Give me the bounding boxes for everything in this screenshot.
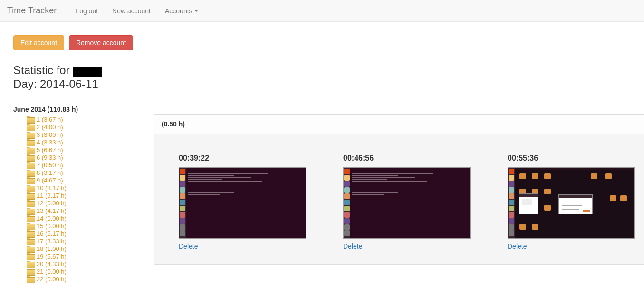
day-link[interactable]: 17 (3.33 h): [37, 238, 67, 245]
statistic-prefix: Statistic for: [13, 64, 73, 77]
day-link[interactable]: 8 (3.17 h): [37, 169, 63, 177]
day-item: 1 (3.67 h): [27, 116, 154, 124]
nav-logout[interactable]: Log out: [68, 0, 105, 21]
day-link[interactable]: 3 (3.00 h): [37, 131, 63, 139]
screenshot-thumbnail[interactable]: [343, 167, 471, 239]
folder-icon: [27, 139, 34, 145]
day-link[interactable]: 21 (0.00 h): [37, 268, 67, 276]
day-item: 18 (1.00 h): [27, 245, 154, 253]
screenshot-time: 00:46:56: [343, 154, 471, 163]
day-item: 22 (0.00 h): [27, 276, 154, 283]
sidebar: June 2014 (110.83 h) 1 (3.67 h)2 (4.00 h…: [13, 106, 154, 283]
day-item: 5 (6.67 h): [27, 146, 154, 154]
screenshot-time: 00:55:36: [508, 154, 636, 163]
brand-link[interactable]: Time Tracker: [7, 6, 64, 16]
day-item: 12 (0.00 h): [27, 200, 154, 207]
day-item: 2 (4.00 h): [27, 124, 154, 131]
day-link[interactable]: 13 (4.17 h): [37, 207, 67, 215]
folder-icon: [27, 223, 34, 229]
folder-icon: [27, 185, 34, 191]
page-title: Statistic for Day: 2014-06-11: [13, 64, 637, 91]
delete-link[interactable]: Delete: [508, 242, 527, 250]
day-link[interactable]: 5 (6.67 h): [37, 146, 63, 154]
day-label: Day:: [13, 77, 40, 90]
page-container: Edit account Remove account Statistic fo…: [0, 22, 644, 288]
folder-icon: [27, 154, 34, 161]
folder-icon: [27, 230, 34, 237]
delete-link[interactable]: Delete: [343, 242, 362, 250]
action-buttons: Edit account Remove account: [13, 35, 637, 50]
redacted-username: [73, 67, 102, 77]
folder-icon: [27, 200, 34, 206]
day-link[interactable]: 19 (5.67 h): [37, 253, 67, 260]
screenshot-thumbnail[interactable]: [508, 167, 635, 239]
remove-account-button[interactable]: Remove account: [69, 35, 133, 50]
folder-icon: [27, 261, 34, 267]
nav-new-account[interactable]: New account: [105, 0, 158, 21]
folder-icon: [27, 215, 34, 221]
nav-accounts-dropdown[interactable]: Accounts: [158, 0, 205, 21]
day-item: 11 (9.17 h): [27, 192, 154, 200]
day-link[interactable]: 20 (4.33 h): [37, 260, 67, 268]
folder-icon: [27, 269, 34, 275]
folder-icon: [27, 170, 34, 176]
day-item: 4 (3.33 h): [27, 139, 154, 146]
day-link[interactable]: 14 (0.00 h): [37, 215, 67, 222]
day-link[interactable]: 15 (0.00 h): [37, 222, 67, 230]
screenshot-card: 00:55:36Delete: [508, 154, 636, 250]
day-link[interactable]: 22 (0.00 h): [37, 276, 67, 283]
folder-icon: [27, 124, 34, 130]
day-item: 10 (3.17 h): [27, 184, 154, 192]
day-link[interactable]: 16 (6.17 h): [37, 230, 67, 238]
day-item: 8 (3.17 h): [27, 169, 154, 177]
folder-icon: [27, 253, 34, 259]
folder-icon: [27, 162, 34, 168]
edit-account-button[interactable]: Edit account: [13, 35, 64, 50]
folder-icon: [27, 208, 34, 214]
day-value: 2014-06-11: [40, 77, 98, 90]
day-link[interactable]: 1 (3.67 h): [37, 116, 63, 124]
folder-icon: [27, 132, 34, 138]
day-link[interactable]: 6 (9.33 h): [37, 154, 63, 162]
folder-icon: [27, 276, 34, 282]
day-item: 20 (4.33 h): [27, 260, 154, 268]
caret-down-icon: [194, 10, 198, 12]
day-item: 6 (9.33 h): [27, 154, 154, 162]
folder-icon: [27, 116, 34, 123]
day-item: 21 (0.00 h): [27, 268, 154, 276]
nav-list: Log out New account Accounts: [68, 0, 205, 21]
day-link[interactable]: 2 (4.00 h): [37, 124, 63, 131]
day-item: 17 (3.33 h): [27, 238, 154, 245]
panel-body: 00:39:22Delete00:46:56Delete00:55:36Dele…: [154, 134, 644, 264]
day-item: 13 (4.17 h): [27, 207, 154, 215]
screenshot-time: 00:39:22: [179, 154, 307, 163]
day-list: 1 (3.67 h)2 (4.00 h)3 (3.00 h)4 (3.33 h)…: [13, 116, 154, 283]
day-item: 15 (0.00 h): [27, 222, 154, 230]
day-item: 19 (5.67 h): [27, 253, 154, 260]
screenshot-thumbnail[interactable]: [179, 167, 306, 239]
day-link[interactable]: 11 (9.17 h): [37, 192, 67, 200]
folder-icon: [27, 177, 34, 183]
day-item: 3 (3.00 h): [27, 131, 154, 139]
screenshot-card: 00:46:56Delete: [343, 154, 471, 250]
day-item: 14 (0.00 h): [27, 215, 154, 222]
folder-icon: [27, 192, 34, 199]
delete-link[interactable]: Delete: [179, 242, 198, 250]
day-link[interactable]: 7 (0.50 h): [37, 162, 63, 169]
folder-icon: [27, 246, 34, 252]
day-link[interactable]: 10 (3.17 h): [37, 184, 67, 192]
content-row: June 2014 (110.83 h) 1 (3.67 h)2 (4.00 h…: [13, 106, 637, 283]
day-link[interactable]: 4 (3.33 h): [37, 139, 63, 146]
folder-icon: [27, 147, 34, 153]
nav-accounts-label: Accounts: [165, 7, 192, 15]
day-item: 7 (0.50 h): [27, 162, 154, 169]
top-navbar: Time Tracker Log out New account Account…: [0, 0, 644, 22]
day-item: 16 (6.17 h): [27, 230, 154, 238]
month-title: June 2014 (110.83 h): [13, 106, 154, 113]
panel-heading: (0.50 h): [154, 115, 644, 134]
screenshot-card: 00:39:22Delete: [179, 154, 307, 250]
day-link[interactable]: 9 (4.67 h): [37, 177, 63, 184]
day-link[interactable]: 18 (1.00 h): [37, 245, 67, 253]
day-link[interactable]: 12 (0.00 h): [37, 200, 67, 207]
screenshots-panel: (0.50 h) 00:39:22Delete00:46:56Delete00:…: [154, 114, 644, 265]
